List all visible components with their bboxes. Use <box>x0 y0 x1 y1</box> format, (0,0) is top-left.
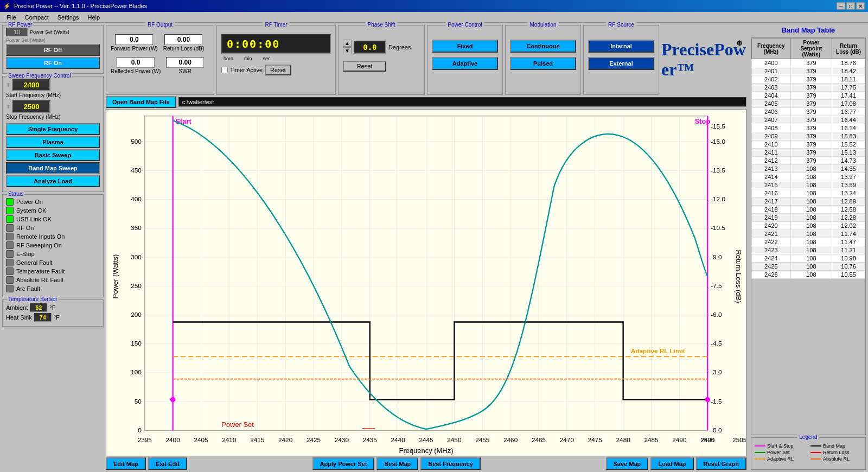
table-row: 242510810.76 <box>752 263 865 271</box>
ambient-label: Ambient <box>6 304 28 311</box>
fixed-button[interactable]: Fixed <box>432 40 498 53</box>
menu-compact[interactable]: Compact <box>21 14 53 21</box>
temperature-group: Temperature Sensor Ambient 62 °F Heat Si… <box>2 299 104 327</box>
legend-label: Legend <box>797 434 819 440</box>
right-panel: Band Map Table Frequency (MHz) Power Set… <box>749 23 868 472</box>
window-title: Precise Power -- Ver. 1.1.0 - PrecisePow… <box>14 3 147 9</box>
col-power: Power Setpoint (Watts) <box>790 39 832 59</box>
svg-text:2420: 2420 <box>278 436 293 443</box>
svg-text:2460: 2460 <box>503 436 518 443</box>
rf-timer-label: RF Timer <box>263 22 289 28</box>
best-frequency-button[interactable]: Best Frequency <box>420 457 481 470</box>
table-row: 242010812.02 <box>752 222 865 230</box>
table-row: 241137915.13 <box>752 149 865 157</box>
basic-sweep-button[interactable]: Basic Sweep <box>6 149 100 161</box>
continuous-button[interactable]: Continuous <box>510 40 576 53</box>
svg-text:2480: 2480 <box>616 436 631 443</box>
led-estop <box>6 250 14 258</box>
phase-reset-button[interactable]: Reset <box>343 61 386 72</box>
adaptive-button[interactable]: Adaptive <box>432 57 498 70</box>
status-rf-on: RF On <box>16 225 34 231</box>
table-row: 242610810.55 <box>752 271 865 279</box>
table-row: 241710812.89 <box>752 197 865 206</box>
table-row: 242210811.47 <box>752 238 865 246</box>
external-button[interactable]: External <box>588 57 654 70</box>
apply-power-set-button[interactable]: Apply Power Set <box>312 457 375 470</box>
start-freq-input[interactable] <box>12 79 50 91</box>
internal-button[interactable]: Internal <box>588 40 654 53</box>
pulsed-button[interactable]: Pulsed <box>510 57 576 70</box>
x-label: Frequency (MHz) <box>399 447 453 455</box>
logo-text: PrecisePow⊕er™ <box>661 40 746 80</box>
menu-settings[interactable]: Settings <box>53 14 84 21</box>
plasma-button[interactable]: Plasma <box>6 136 100 148</box>
svg-text:-12.0: -12.0 <box>711 195 725 203</box>
svg-text:2395: 2395 <box>138 436 152 443</box>
phase-up-button[interactable]: ▲ <box>343 40 352 47</box>
table-row: 241037915.52 <box>752 141 865 149</box>
led-rf-on <box>6 224 14 232</box>
table-row: 240937915.83 <box>752 132 865 141</box>
reset-graph-button[interactable]: Reset Graph <box>696 457 746 470</box>
status-label: Status <box>7 191 24 197</box>
reflected-power-label: Reflected Power (W) <box>111 68 161 74</box>
phase-input[interactable]: 0.0 <box>354 41 386 54</box>
table-row: 241910812.28 <box>752 214 865 222</box>
timer-active-checkbox[interactable] <box>221 67 228 73</box>
heatsink-unit: °F <box>54 314 60 321</box>
svg-text:2485: 2485 <box>644 436 659 443</box>
status-general-fault: General Fault <box>16 259 53 266</box>
exit-edit-button[interactable]: Exit Edit <box>148 457 187 470</box>
analyze-load-button[interactable]: Analyze Load <box>6 175 100 187</box>
band-map-title: Band Map Table <box>751 25 866 35</box>
svg-text:2505: 2505 <box>732 436 746 443</box>
band-map-sweep-button[interactable]: Band Map Sweep <box>6 162 100 174</box>
timer-reset-button[interactable]: Reset <box>265 65 291 75</box>
table-row: 240837916.14 <box>752 124 865 132</box>
power-set-chart-label: Power Set <box>221 420 254 429</box>
single-freq-button[interactable]: Single Frequency <box>6 123 100 135</box>
y-right-label: Return Loss (dB) <box>735 250 743 303</box>
open-band-map-button[interactable]: Open Band Map File <box>106 96 176 108</box>
svg-text:2425: 2425 <box>307 436 321 443</box>
minimize-button[interactable]: ─ <box>837 2 845 10</box>
title-bar: ⚡ Precise Power -- Ver. 1.1.0 - PreciseP… <box>0 0 868 12</box>
best-map-button[interactable]: Best Map <box>376 457 418 470</box>
degrees-label: Degrees <box>388 44 411 50</box>
app-icon: ⚡ <box>3 3 11 10</box>
menu-help[interactable]: Help <box>84 14 105 21</box>
svg-text:2440: 2440 <box>391 436 406 443</box>
close-button[interactable]: ✕ <box>856 2 865 10</box>
svg-text:400: 400 <box>131 195 142 203</box>
adaptive-rl-label: Adaptive RL Limit <box>631 347 685 355</box>
rf-source-label: RF Source <box>606 22 636 28</box>
heatsink-value: 74 <box>34 313 52 322</box>
rf-output-label: RF Output <box>145 22 175 28</box>
led-remote-inputs <box>6 233 14 240</box>
rf-power-group: RF Power Power Set (Watts) Power Set (Wa… <box>2 25 104 74</box>
status-temp-fault: Temperature Fault <box>16 268 65 275</box>
power-control-label: Power Control <box>445 22 484 28</box>
edit-map-button[interactable]: Edit Map <box>106 457 146 470</box>
rf-on-button[interactable]: RF On <box>6 57 100 69</box>
svg-text:2475: 2475 <box>588 436 603 443</box>
save-map-button[interactable]: Save Map <box>606 457 649 470</box>
heatsink-label: Heat Sink <box>6 314 32 321</box>
svg-text:-15.0: -15.0 <box>711 137 725 145</box>
table-row: 241810812.58 <box>752 206 865 214</box>
svg-text:2470: 2470 <box>560 436 575 443</box>
table-row: 241510813.59 <box>752 181 865 189</box>
power-set-input[interactable] <box>6 28 28 36</box>
phase-down-button[interactable]: ▼ <box>343 47 352 54</box>
stop-freq-input[interactable] <box>12 100 50 113</box>
band-map-table-container[interactable]: Frequency (MHz) Power Setpoint (Watts) R… <box>751 37 866 435</box>
table-row: 241310814.35 <box>752 165 865 173</box>
status-group: Status Power On System OK USB Link OK RF… <box>2 194 104 297</box>
menu-file[interactable]: File <box>2 14 21 21</box>
maximize-button[interactable]: □ <box>846 2 855 10</box>
status-usb-ok: USB Link OK <box>16 216 52 222</box>
bottom-buttons: Edit Map Exit Edit Apply Power Set Best … <box>106 457 746 470</box>
load-map-button[interactable]: Load Map <box>650 457 693 470</box>
led-temp-fault <box>6 267 14 275</box>
rf-off-button[interactable]: RF Off <box>6 44 100 56</box>
